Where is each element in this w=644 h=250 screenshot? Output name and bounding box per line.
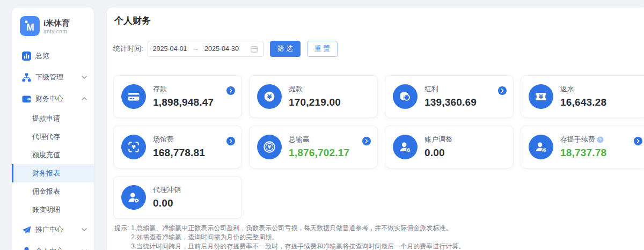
sitemap-icon xyxy=(21,72,32,83)
stat-card-deposit-withdraw-fee: 存提手续费?18,737.78 xyxy=(521,126,644,168)
bar-chart-icon xyxy=(21,51,32,61)
help-icon[interactable]: ? xyxy=(597,136,604,143)
stat-card-withdraw: ¥提款170,219.00 xyxy=(249,75,378,118)
svg-text:M: M xyxy=(26,22,34,33)
stat-value: 170,219.00 xyxy=(289,97,341,108)
paper-plane-icon xyxy=(21,225,32,235)
yen-coin-icon: ¥ xyxy=(257,135,282,159)
sidebar-item-finance-report[interactable]: 财务报表 xyxy=(12,164,94,182)
stat-cards: 存款1,898,948.47¥提款170,219.00红利139,360.69¥… xyxy=(113,75,644,219)
filter-bar: 统计时间: 2025-04-01 → 2025-04-30 筛选 重置 xyxy=(113,41,644,57)
note-line: 3.当统计时间跨月，且前后月份的存提费率不一致时，存提手续费和净输赢将按查询时间… xyxy=(131,242,465,250)
page-title: 个人财务 xyxy=(113,15,644,27)
stat-label: 存款 xyxy=(153,85,214,93)
date-range-arrow: → xyxy=(193,45,200,53)
sidebar-item-label: 账变明细 xyxy=(32,205,60,214)
app-name: i米体育 xyxy=(43,18,70,27)
logo: M i米体育 imty.com xyxy=(12,8,94,43)
wallet-icon xyxy=(21,94,32,104)
svg-text:¥: ¥ xyxy=(131,144,136,151)
stat-card-rebate: ¥返水16,643.28 xyxy=(521,75,644,118)
sidebar-item-label: 代理代存 xyxy=(32,133,60,141)
stat-card-bonus: 红利139,360.69 xyxy=(385,75,514,118)
date-range-picker[interactable]: 2025-04-01 → 2025-04-30 xyxy=(148,41,264,57)
main-panel: 个人财务 统计时间: 2025-04-01 → 2025-04-30 筛选 重置… xyxy=(107,8,644,250)
stat-label: 返水 xyxy=(560,85,606,93)
stat-card-account-adjust: 账户调整0.00 xyxy=(385,126,514,168)
sidebar-item-finance-center[interactable]: 财务中心 xyxy=(12,88,94,109)
svg-text:¥: ¥ xyxy=(539,93,543,100)
sidebar-item-overview[interactable]: 总览 xyxy=(12,45,94,67)
notes-lines: 1.总输赢、净输赢中正数表示公司盈利，负数表示公司亏损，每天数据只做普通参考，并… xyxy=(131,224,465,250)
reset-button[interactable]: 重置 xyxy=(307,41,338,57)
chevron-down-icon xyxy=(82,76,87,79)
yen-circle-icon: ¥ xyxy=(257,84,282,109)
sidebar-item-label: 额度充值 xyxy=(32,151,60,159)
stat-label: 账户调整 xyxy=(425,135,452,144)
coins-icon xyxy=(393,84,418,109)
sidebar-item-label: 下级管理 xyxy=(35,72,63,82)
arrow-button[interactable] xyxy=(498,86,507,95)
stat-value: 1,898,948.47 xyxy=(153,97,214,108)
sidebar-item-label: 个人中心 xyxy=(35,246,63,250)
page: M i米体育 imty.com 总览下级管理财务中心提款申请代理代存额度充值财务… xyxy=(0,0,644,250)
sidebar-item-label: 总览 xyxy=(35,51,49,61)
stat-value: 1,876,702.17 xyxy=(289,147,349,159)
user-gear-icon xyxy=(529,135,553,159)
notes-prefix: 提示: xyxy=(114,224,129,250)
stat-value: 0.00 xyxy=(153,197,181,209)
calendar-icon xyxy=(250,45,258,53)
stat-card-venue-fee: ¥场馆费168,778.81 xyxy=(113,126,242,168)
sidebar-item-promotion-center[interactable]: 推广中心 xyxy=(12,219,94,240)
arrow-button[interactable] xyxy=(362,137,371,145)
sidebar-item-personal-center[interactable]: 个人中心 xyxy=(12,240,94,250)
user-gear-icon xyxy=(393,135,418,159)
sidebar-item-subordinate-management[interactable]: 下级管理 xyxy=(12,67,94,88)
note-line: 2.如需查看净输赢，查询时间需为月份的完整周期。 xyxy=(131,233,465,242)
stat-label: 场馆费 xyxy=(153,135,205,144)
user-gear-icon xyxy=(121,185,146,210)
sidebar-item-label: 财务报表 xyxy=(32,169,60,177)
stat-value: 16,643.28 xyxy=(560,97,606,108)
sidebar-item-label: 推广中心 xyxy=(35,225,63,234)
ticket-icon: ¥ xyxy=(529,84,553,109)
svg-text:¥: ¥ xyxy=(267,93,272,101)
credit-card-icon xyxy=(121,84,146,109)
sidebar-item-withdraw-apply[interactable]: 提款申请 xyxy=(12,109,94,128)
arrow-button[interactable] xyxy=(226,86,235,95)
start-date[interactable]: 2025-04-01 xyxy=(153,45,187,53)
sidebar-item-label: 佣金报表 xyxy=(32,187,60,195)
stat-card-deposit: 存款1,898,948.47 xyxy=(113,75,242,118)
arrow-button[interactable] xyxy=(226,137,235,145)
sidebar: M i米体育 imty.com 总览下级管理财务中心提款申请代理代存额度充值财务… xyxy=(12,8,94,250)
sidebar-item-label: 财务中心 xyxy=(35,94,63,104)
end-date[interactable]: 2025-04-30 xyxy=(204,45,239,53)
sidebar-item-commission-report[interactable]: 佣金报表 xyxy=(12,182,94,201)
stat-label: 存提手续费? xyxy=(560,135,606,144)
stat-value: 139,360.69 xyxy=(425,97,477,108)
yen-scan-icon: ¥ xyxy=(121,135,146,159)
user-icon xyxy=(21,246,32,250)
app-domain: imty.com xyxy=(43,28,70,34)
svg-text:?: ? xyxy=(599,137,602,142)
stat-label: 总输赢 xyxy=(289,135,349,144)
chevron-down-icon xyxy=(82,228,87,231)
stat-value: 18,737.78 xyxy=(560,147,606,159)
stat-value: 0.00 xyxy=(425,147,452,159)
svg-text:¥: ¥ xyxy=(268,144,272,150)
sidebar-menu: 总览下级管理财务中心提款申请代理代存额度充值财务报表佣金报表账变明细推广中心个人… xyxy=(12,45,94,250)
stat-label: 代理冲销 xyxy=(153,186,181,194)
arrow-button[interactable] xyxy=(634,137,642,145)
sidebar-item-label: 提款申请 xyxy=(32,114,60,122)
note-line: 1.总输赢、净输赢中正数表示公司盈利，负数表示公司亏损，每天数据只做普通参考，并… xyxy=(131,224,465,233)
sidebar-item-quota-recharge[interactable]: 额度充值 xyxy=(12,146,94,164)
sidebar-item-account-change-detail[interactable]: 账变明细 xyxy=(12,201,94,219)
sidebar-item-agent-deposit[interactable]: 代理代存 xyxy=(12,128,94,146)
stat-label: 提款 xyxy=(289,85,341,93)
chevron-up-icon xyxy=(82,97,87,100)
logo-icon: M xyxy=(20,16,40,36)
notes: 提示: 1.总输赢、净输赢中正数表示公司盈利，负数表示公司亏损，每天数据只做普通… xyxy=(114,224,644,250)
filter-button[interactable]: 筛选 xyxy=(270,41,301,57)
stat-value: 168,778.81 xyxy=(153,147,205,159)
filter-label: 统计时间: xyxy=(113,44,143,54)
